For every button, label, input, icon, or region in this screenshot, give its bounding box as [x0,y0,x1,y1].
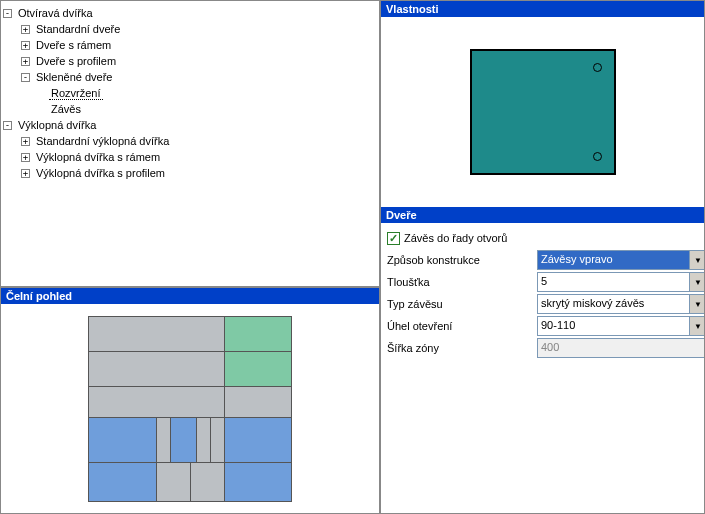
label-zone-width: Šířka zóny [387,342,537,354]
combo-value: Závěsy vpravo [538,251,689,269]
hinge-icon [593,152,602,161]
tree-label: Dveře s profilem [34,55,118,67]
checkbox-icon[interactable]: ✓ [387,232,400,245]
tree-panel: - Otvíravá dvířka + Standardní dveře + D… [0,0,380,287]
tree-label: Závěs [49,103,83,115]
tree-label: Standardní dveře [34,23,122,35]
combo-value: 5 [538,273,689,291]
tree-item-zaves[interactable]: Závěs [3,101,377,117]
combo-value: 90-110 [538,317,689,335]
chevron-down-icon[interactable]: ▼ [689,295,705,313]
cabinet-diagram [88,316,292,502]
label-hinge-type: Typ závěsu [387,298,537,310]
tree-item-dvere-ramem[interactable]: + Dveře s rámem [3,37,377,53]
tree-item-otvirava[interactable]: - Otvíravá dvířka [3,5,377,21]
expand-icon[interactable]: + [21,137,30,146]
combo-thickness[interactable]: 5 ▼ [537,272,705,292]
input-zone-width: 400 [537,338,705,358]
tree-item-vyklopna[interactable]: - Výklopná dvířka [3,117,377,133]
collapse-icon[interactable]: - [3,121,12,130]
input-value: 400 [538,339,705,357]
tree-label: Výklopná dvířka s profilem [34,167,167,179]
chevron-down-icon[interactable]: ▼ [689,251,705,269]
tree-label: Skleněné dveře [34,71,114,83]
properties-panel: Vlastnosti Dveře ✓ Závěs do řady otvorů … [380,0,705,514]
tree-label-selected: Rozvržení [49,87,103,100]
collapse-icon[interactable]: - [3,9,12,18]
tree-item-dvere-profilem[interactable]: + Dveře s profilem [3,53,377,69]
tree-label: Výklopná dvířka [16,119,98,131]
properties-header: Vlastnosti [381,1,704,17]
tree-label: Standardní výklopná dvířka [34,135,171,147]
expand-icon[interactable]: + [21,41,30,50]
tree-item-vyklopna-profilem[interactable]: + Výklopná dvířka s profilem [3,165,377,181]
combo-hinge-type[interactable]: skrytý miskový závěs ▼ [537,294,705,314]
combo-open-angle[interactable]: 90-110 ▼ [537,316,705,336]
chevron-down-icon[interactable]: ▼ [689,273,705,291]
tree-label: Dveře s rámem [34,39,113,51]
combo-construction[interactable]: Závěsy vpravo ▼ [537,250,705,270]
doors-header: Dveře [381,207,704,223]
hinge-icon [593,63,602,72]
frontview-header: Čelní pohled [1,288,379,304]
checkbox-label: Závěs do řady otvorů [404,232,507,244]
tree-item-std-vyklopna[interactable]: + Standardní výklopná dvířka [3,133,377,149]
combo-value: skrytý miskový závěs [538,295,689,313]
cabinet-frontview [1,304,379,514]
checkbox-row[interactable]: ✓ Závěs do řady otvorů [387,227,698,249]
tree-item-rozvrzeni[interactable]: Rozvržení [3,85,377,101]
chevron-down-icon[interactable]: ▼ [689,317,705,335]
door-preview [470,49,616,175]
tree-item-vyklopna-ramem[interactable]: + Výklopná dvířka s rámem [3,149,377,165]
label-construction: Způsob konstrukce [387,254,537,266]
doors-properties: ✓ Závěs do řady otvorů Způsob konstrukce… [381,223,704,363]
door-tree: - Otvíravá dvířka + Standardní dveře + D… [1,1,379,185]
label-open-angle: Úhel otevření [387,320,537,332]
expand-icon[interactable]: + [21,169,30,178]
tree-label: Výklopná dvířka s rámem [34,151,162,163]
tree-item-standardni[interactable]: + Standardní dveře [3,21,377,37]
expand-icon[interactable]: + [21,153,30,162]
expand-icon[interactable]: + [21,57,30,66]
tree-item-sklenene[interactable]: - Skleněné dveře [3,69,377,85]
tree-label: Otvíravá dvířka [16,7,95,19]
door-preview-area [381,17,704,207]
expand-icon[interactable]: + [21,25,30,34]
collapse-icon[interactable]: - [21,73,30,82]
frontview-panel: Čelní pohled [0,287,380,514]
label-thickness: Tloušťka [387,276,537,288]
